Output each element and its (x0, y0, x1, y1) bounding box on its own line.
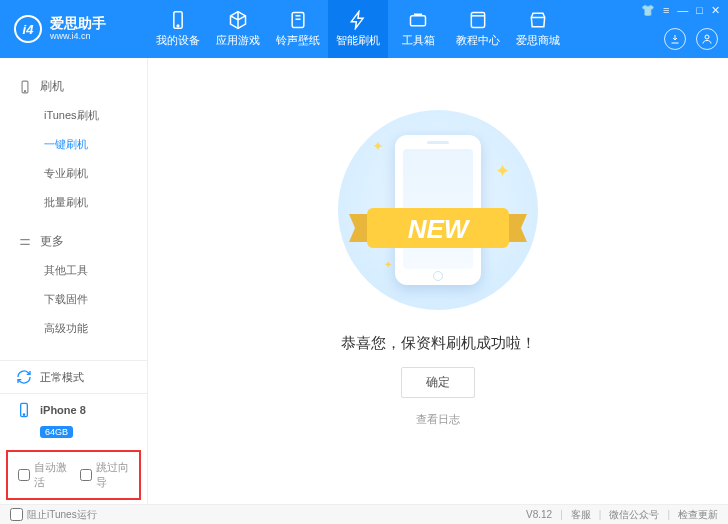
device-info[interactable]: iPhone 8 64GB (0, 394, 147, 446)
mode-label: 正常模式 (40, 370, 84, 385)
tab-label: 应用游戏 (216, 33, 260, 48)
tab-tool[interactable]: 工具箱 (388, 0, 448, 58)
device-name: iPhone 8 (40, 404, 86, 416)
svg-rect-0 (174, 12, 182, 29)
phone-icon (16, 402, 32, 418)
tab-flash[interactable]: 智能刷机 (328, 0, 388, 58)
section-title: 刷机 (40, 78, 64, 95)
new-ribbon: NEW (343, 198, 533, 258)
menu-icon[interactable]: ≡ (663, 4, 669, 17)
skip-guide-checkbox[interactable]: 跳过向导 (80, 460, 130, 490)
window-controls: 👕 ≡ — □ ✕ (641, 4, 720, 17)
tab-phone[interactable]: 我的设备 (148, 0, 208, 58)
auto-activate-checkbox[interactable]: 自动激活 (18, 460, 68, 490)
store-icon (528, 10, 548, 30)
tool-icon (408, 10, 428, 30)
device-mode[interactable]: 正常模式 (0, 361, 147, 394)
flash-icon (348, 10, 368, 30)
status-bar: 阻止iTunes运行 V8.12 | 客服 | 微信公众号 | 检查更新 (0, 504, 728, 524)
star-icon: ✦ (495, 160, 510, 182)
tab-label: 爱思商城 (516, 33, 560, 48)
header-right (664, 28, 718, 50)
star-icon: ✦ (372, 138, 384, 154)
tab-app[interactable]: 应用游戏 (208, 0, 268, 58)
main-panel: ✦ ✦ ✦ NEW 恭喜您，保资料刷机成功啦！ 确定 查看日志 (148, 58, 728, 504)
section-title: 更多 (40, 233, 64, 250)
sidebar-item[interactable]: 其他工具 (0, 256, 147, 285)
flash-options: 自动激活 跳过向导 (6, 450, 141, 500)
sidebar-item[interactable]: 下载固件 (0, 285, 147, 314)
footer-link-wechat[interactable]: 微信公众号 (609, 508, 659, 522)
phone-icon (168, 10, 188, 30)
storage-badge: 64GB (40, 426, 73, 438)
svg-point-5 (705, 35, 709, 39)
app-icon (228, 10, 248, 30)
app-body: 刷机iTunes刷机一键刷机专业刷机批量刷机更多其他工具下载固件高级功能 正常模… (0, 58, 728, 504)
download-icon[interactable] (664, 28, 686, 50)
book-icon (468, 10, 488, 30)
view-log-link[interactable]: 查看日志 (416, 412, 460, 427)
ok-button[interactable]: 确定 (401, 367, 475, 398)
version-label: V8.12 (526, 509, 552, 520)
close-icon[interactable]: ✕ (711, 4, 720, 17)
tab-store[interactable]: 爱思商城 (508, 0, 568, 58)
footer-link-update[interactable]: 检查更新 (678, 508, 718, 522)
user-icon[interactable] (696, 28, 718, 50)
svg-text:NEW: NEW (408, 214, 471, 244)
footer-link-support[interactable]: 客服 (571, 508, 591, 522)
sidebar-item[interactable]: iTunes刷机 (0, 101, 147, 130)
sidebar-item[interactable]: 高级功能 (0, 314, 147, 343)
sidebar-section[interactable]: 更多 (0, 227, 147, 256)
tab-label: 铃声壁纸 (276, 33, 320, 48)
refresh-icon (16, 369, 32, 385)
tab-label: 我的设备 (156, 33, 200, 48)
tab-label: 智能刷机 (336, 33, 380, 48)
svg-point-9 (23, 414, 24, 415)
minimize-icon[interactable]: — (677, 4, 688, 17)
block-itunes-checkbox[interactable]: 阻止iTunes运行 (10, 508, 97, 522)
sidebar-item[interactable]: 批量刷机 (0, 188, 147, 217)
brand: i4 爱思助手 www.i4.cn (0, 0, 148, 58)
brand-name: 爱思助手 (50, 16, 106, 31)
app-header: i4 爱思助手 www.i4.cn 我的设备应用游戏铃声壁纸智能刷机工具箱教程中… (0, 0, 728, 58)
brand-logo-icon: i4 (14, 15, 42, 43)
sidebar-bottom: 正常模式 iPhone 8 64GB 自动激活 跳过向导 (0, 360, 147, 504)
maximize-icon[interactable]: □ (696, 4, 703, 17)
sidebar-item[interactable]: 专业刷机 (0, 159, 147, 188)
svg-point-1 (177, 25, 179, 27)
svg-point-7 (24, 90, 25, 91)
star-icon: ✦ (384, 259, 392, 270)
tab-note[interactable]: 铃声壁纸 (268, 0, 328, 58)
success-illustration: ✦ ✦ ✦ NEW (338, 110, 538, 310)
section-icon (18, 80, 32, 94)
tab-book[interactable]: 教程中心 (448, 0, 508, 58)
success-message: 恭喜您，保资料刷机成功啦！ (341, 334, 536, 353)
section-icon (18, 235, 32, 249)
svg-rect-4 (471, 13, 484, 28)
sidebar-section[interactable]: 刷机 (0, 72, 147, 101)
tshirt-icon[interactable]: 👕 (641, 4, 655, 17)
sidebar: 刷机iTunes刷机一键刷机专业刷机批量刷机更多其他工具下载固件高级功能 正常模… (0, 58, 148, 504)
tab-label: 工具箱 (402, 33, 435, 48)
note-icon (288, 10, 308, 30)
tab-label: 教程中心 (456, 33, 500, 48)
sidebar-item[interactable]: 一键刷机 (0, 130, 147, 159)
brand-url: www.i4.cn (50, 32, 106, 42)
svg-rect-2 (292, 13, 304, 28)
brand-text: 爱思助手 www.i4.cn (50, 16, 106, 41)
svg-rect-3 (411, 16, 426, 26)
